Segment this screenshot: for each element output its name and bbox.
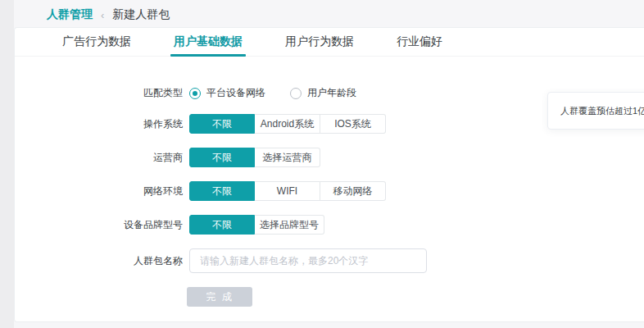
os-label: 操作系统 [15, 117, 183, 131]
radio-unchecked-icon [290, 88, 302, 99]
os-option-unlimited[interactable]: 不限 [189, 114, 255, 134]
carrier-label: 运营商 [15, 151, 183, 165]
radio-user-age-range[interactable]: 用户年龄段 [290, 86, 356, 100]
os-button-group: 不限 Android系统 IOS系统 [189, 114, 386, 134]
radio-option-label: 用户年龄段 [307, 86, 356, 100]
tab-industry-preference[interactable]: 行业偏好 [375, 28, 464, 56]
tab-bar: 广告行为数据 用户基础数据 用户行为数据 行业偏好 [15, 28, 644, 57]
coverage-estimate-tooltip: 人群覆盖预估超过1亿人 [547, 92, 644, 130]
carrier-button-group: 不限 选择运营商 [189, 148, 320, 167]
network-option-mobile[interactable]: 移动网络 [320, 181, 386, 201]
breadcrumb: 人群管理 ‹ 新建人群包 [47, 7, 170, 22]
network-option-wifi[interactable]: WIFI [255, 181, 320, 201]
form-row-device-brand: 设备品牌型号 不限 选择品牌型号 [15, 215, 644, 235]
carrier-option-select[interactable]: 选择运营商 [255, 148, 320, 167]
os-option-android[interactable]: Android系统 [255, 114, 320, 134]
network-button-group: 不限 WIFI 移动网络 [189, 181, 386, 201]
radio-option-label: 平台设备网络 [206, 86, 265, 100]
coverage-estimate-text: 人群覆盖预估超过1亿人 [560, 105, 644, 117]
device-brand-option-select[interactable]: 选择品牌型号 [255, 215, 324, 235]
form-row-submit: 完 成 [15, 287, 644, 307]
breadcrumb-section-link[interactable]: 人群管理 [47, 7, 93, 22]
network-label: 网络环境 [15, 184, 183, 198]
device-brand-button-group: 不限 选择品牌型号 [189, 215, 324, 235]
form-row-package-name: 人群包名称 [15, 248, 644, 273]
device-brand-label: 设备品牌型号 [15, 218, 183, 232]
chevron-left-icon: ‹ [101, 9, 104, 21]
package-name-controls [189, 248, 427, 273]
network-option-unlimited[interactable]: 不限 [189, 181, 255, 201]
os-option-ios[interactable]: IOS系统 [320, 114, 386, 134]
content-card: 广告行为数据 用户基础数据 用户行为数据 行业偏好 匹配类型 平台设备网络 用户… [14, 27, 644, 322]
carrier-option-unlimited[interactable]: 不限 [189, 148, 255, 167]
breadcrumb-current: 新建人群包 [112, 7, 170, 22]
tab-ad-behavior-data[interactable]: 广告行为数据 [41, 28, 152, 56]
tab-user-basic-data[interactable]: 用户基础数据 [152, 28, 264, 56]
device-brand-option-unlimited[interactable]: 不限 [189, 215, 255, 235]
tab-user-behavior-data[interactable]: 用户行为数据 [264, 28, 375, 56]
match-type-options: 平台设备网络 用户年龄段 [189, 86, 381, 100]
radio-platform-device-network[interactable]: 平台设备网络 [189, 86, 265, 100]
form-row-network: 网络环境 不限 WIFI 移动网络 [15, 181, 644, 201]
match-type-label: 匹配类型 [15, 86, 183, 100]
radio-checked-icon [189, 88, 201, 99]
package-name-input[interactable] [189, 248, 427, 273]
package-name-label: 人群包名称 [15, 254, 183, 268]
submit-button[interactable]: 完 成 [187, 287, 252, 307]
page-left-margin [0, 0, 14, 328]
form-row-carrier: 运营商 不限 选择运营商 [15, 148, 644, 167]
